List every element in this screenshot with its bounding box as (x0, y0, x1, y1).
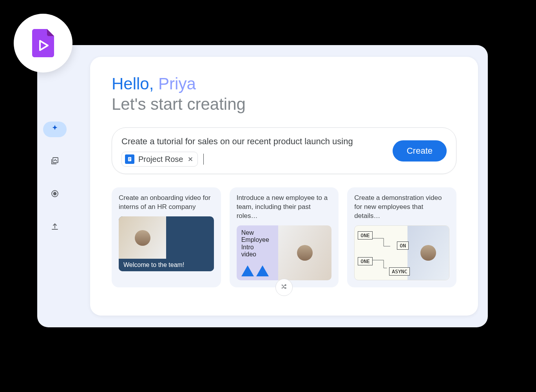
vids-file-icon (32, 29, 54, 57)
sidebar-item-record[interactable] (46, 186, 63, 203)
template-card-onboarding[interactable]: Create an onboarding video for interns o… (112, 187, 221, 287)
template-thumbnail: ONE ON ONE ASYNC (354, 225, 449, 280)
media-library-icon (50, 156, 60, 167)
thumb-slide-title: New Employee Intro video (241, 229, 274, 258)
diagram-area: ONE ON ONE ASYNC (355, 226, 407, 280)
prompt-text: Create a tutorial for sales on our recen… (121, 135, 386, 148)
sidebar (37, 45, 72, 327)
prompt-compose-bar[interactable]: Create a tutorial for sales on our recen… (112, 127, 456, 174)
svg-rect-4 (129, 158, 131, 158)
template-card-intro[interactable]: Introduce a new employee to a team, incl… (230, 187, 339, 287)
sidebar-item-media[interactable] (46, 153, 63, 170)
greeting-name: Priya (158, 74, 196, 93)
sparkle-icon (51, 124, 59, 134)
greeting-prefix: Hello, (112, 74, 158, 93)
template-suggestions: Create an onboarding video for interns o… (112, 187, 456, 287)
shuffle-icon (281, 283, 288, 292)
svg-rect-5 (129, 159, 131, 159)
diagram-label: ASYNC (389, 267, 410, 276)
template-thumbnail: New Employee Intro video (237, 225, 332, 280)
template-thumbnail: Welcome to the team! (119, 216, 214, 271)
diagram-label: ONE (358, 231, 372, 240)
attachment-chip[interactable]: Project Rose (121, 152, 198, 167)
record-icon (50, 189, 60, 200)
decorative-triangles (241, 265, 274, 276)
create-button[interactable]: Create (393, 140, 447, 162)
svg-point-2 (54, 192, 56, 195)
main-card: Hello, Priya Let's start creating Create… (90, 57, 478, 316)
svg-rect-6 (129, 160, 130, 160)
thumbnail-caption: Welcome to the team! (119, 259, 214, 271)
app-logo-badge (14, 14, 72, 73)
app-shell: Hello, Priya Let's start creating Create… (37, 45, 488, 327)
template-card-demo[interactable]: Create a demonstration video for new emp… (347, 187, 456, 287)
shuffle-templates-button[interactable] (275, 279, 293, 296)
diagram-label: ON (397, 241, 409, 250)
upload-icon (50, 222, 60, 233)
chip-label: Project Rose (138, 155, 183, 164)
greeting: Hello, Priya (112, 74, 456, 93)
template-title: Create a demonstration video for new emp… (354, 194, 449, 221)
diagram-label: ONE (358, 257, 372, 265)
text-cursor (203, 154, 204, 165)
docs-icon (125, 154, 134, 164)
sidebar-item-upload[interactable] (46, 219, 63, 236)
page-subtitle: Let's start creating (112, 95, 456, 114)
sidebar-item-ai-create[interactable] (43, 122, 67, 137)
chip-remove-button[interactable] (187, 156, 194, 162)
template-title: Create an onboarding video for interns o… (119, 194, 214, 212)
person-photo-placeholder (119, 216, 166, 259)
person-photo-placeholder (278, 225, 331, 280)
template-title: Introduce a new employee to a team, incl… (237, 194, 332, 221)
person-photo-placeholder (407, 226, 449, 280)
